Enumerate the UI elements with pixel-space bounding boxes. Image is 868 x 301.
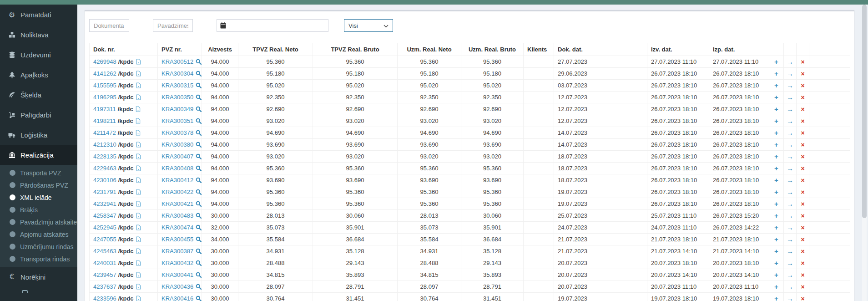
document-icon[interactable]: [136, 141, 141, 148]
delete-button[interactable]: ×: [797, 92, 809, 103]
search-icon[interactable]: [196, 236, 202, 243]
add-button[interactable]: +: [769, 163, 784, 174]
submenu-item[interactable]: Pavadzīmju atskaite: [0, 216, 77, 228]
search-icon[interactable]: [196, 117, 202, 124]
forward-button[interactable]: →: [784, 92, 797, 103]
forward-button[interactable]: →: [784, 210, 797, 222]
pvz-nr-link[interactable]: KRA300387: [161, 248, 193, 255]
col-header-uzm-neto[interactable]: Uzm. Real. Neto: [398, 43, 461, 56]
delete-button[interactable]: ×: [797, 269, 809, 281]
search-icon[interactable]: [196, 82, 202, 89]
dok-nr-link[interactable]: 4269948: [93, 58, 116, 65]
document-icon[interactable]: [136, 117, 141, 124]
calendar-icon[interactable]: [217, 19, 229, 32]
add-button[interactable]: +: [769, 281, 784, 293]
submenu-item[interactable]: Apjomu atskaites: [0, 228, 77, 240]
pvz-nr-link[interactable]: KRA300378: [161, 129, 193, 136]
col-header-uzm-bruto[interactable]: Uzm. Real. Bruto: [461, 43, 524, 56]
dok-nr-link[interactable]: 4239457: [93, 271, 116, 278]
delete-button[interactable]: ×: [797, 245, 809, 257]
delete-button[interactable]: ×: [797, 115, 809, 127]
delete-button[interactable]: ×: [797, 293, 809, 301]
submenu-item[interactable]: XML ielāde: [0, 191, 77, 204]
pvz-nr-link[interactable]: KRA300412: [161, 177, 193, 184]
dokumenta-nr-input[interactable]: [89, 19, 129, 32]
col-header-dok-nr[interactable]: Dok. nr.: [90, 43, 158, 56]
add-button[interactable]: +: [769, 234, 784, 245]
search-icon[interactable]: [196, 283, 202, 290]
search-icon[interactable]: [196, 271, 202, 278]
add-button[interactable]: +: [769, 269, 784, 281]
add-button[interactable]: +: [769, 222, 784, 234]
col-header-tpvz-neto[interactable]: TPVZ Real. Neto: [238, 43, 313, 56]
add-button[interactable]: +: [769, 198, 784, 210]
sidebar-item-paligdarbi[interactable]: Palīgdarbi: [0, 105, 77, 125]
delete-button[interactable]: ×: [797, 151, 809, 163]
forward-button[interactable]: →: [784, 127, 797, 139]
search-icon[interactable]: [196, 189, 202, 195]
sidebar-item-noliktava[interactable]: Noliktava: [0, 25, 77, 45]
delete-button[interactable]: ×: [797, 222, 809, 234]
forward-button[interactable]: →: [784, 56, 797, 68]
pvz-nr-link[interactable]: KRA300416: [161, 295, 193, 301]
forward-button[interactable]: →: [784, 68, 797, 80]
sidebar-item-uzdevumi[interactable]: Uzdevumi: [0, 45, 77, 65]
pvz-nr-link[interactable]: KRA300407: [161, 153, 193, 160]
search-icon[interactable]: [196, 141, 202, 148]
document-icon[interactable]: [136, 106, 141, 112]
pvz-nr-link[interactable]: KRA300483: [161, 212, 193, 219]
document-icon[interactable]: [136, 295, 141, 301]
search-icon[interactable]: [196, 58, 202, 65]
search-icon[interactable]: [196, 129, 202, 136]
search-icon[interactable]: [196, 200, 202, 207]
pvz-nr-link[interactable]: KRA300474: [161, 224, 193, 231]
dok-nr-link[interactable]: 4212310: [93, 141, 116, 148]
forward-button[interactable]: →: [784, 257, 797, 269]
dok-nr-link[interactable]: 4196295: [93, 94, 116, 101]
add-button[interactable]: +: [769, 210, 784, 222]
pavadzimes-nr-input[interactable]: [153, 19, 193, 32]
add-button[interactable]: +: [769, 68, 784, 80]
sidebar-item-realizacija[interactable]: Realizācija: [0, 145, 77, 165]
delete-button[interactable]: ×: [797, 257, 809, 269]
sidebar-item-apalkoks[interactable]: Apaļkoks: [0, 65, 77, 85]
add-button[interactable]: +: [769, 186, 784, 198]
pvz-nr-link[interactable]: KRA300441: [161, 271, 193, 278]
add-button[interactable]: +: [769, 257, 784, 269]
search-icon[interactable]: [196, 248, 202, 255]
add-button[interactable]: +: [769, 127, 784, 139]
document-icon[interactable]: [136, 189, 141, 195]
forward-button[interactable]: →: [784, 245, 797, 257]
forward-button[interactable]: →: [784, 269, 797, 281]
dok-nr-link[interactable]: 4240031: [93, 260, 116, 266]
delete-button[interactable]: ×: [797, 68, 809, 80]
sidebar-item-skelda[interactable]: Šķelda: [0, 85, 77, 105]
dok-nr-link[interactable]: 4229463: [93, 165, 116, 172]
dok-nr-link[interactable]: 4231791: [93, 189, 116, 195]
search-icon[interactable]: [196, 70, 202, 77]
submenu-item[interactable]: Uzmērījumu rindas: [0, 240, 77, 253]
document-icon[interactable]: [136, 58, 141, 65]
pvz-nr-link[interactable]: KRA300351: [161, 117, 193, 124]
forward-button[interactable]: →: [784, 234, 797, 245]
dok-nr-link[interactable]: 4232941: [93, 200, 116, 207]
col-header-izv-dat[interactable]: Izv. dat.: [647, 43, 709, 56]
sidebar-item-partial[interactable]: [0, 287, 77, 293]
delete-button[interactable]: ×: [797, 103, 809, 115]
document-icon[interactable]: [136, 70, 141, 77]
status-select[interactable]: Visi: [344, 19, 393, 32]
sidebar-item-logistika[interactable]: Loģistika: [0, 125, 77, 145]
delete-button[interactable]: ×: [797, 163, 809, 174]
delete-button[interactable]: ×: [797, 198, 809, 210]
delete-button[interactable]: ×: [797, 234, 809, 245]
document-icon[interactable]: [136, 260, 141, 266]
search-icon[interactable]: [196, 212, 202, 219]
pvz-nr-link[interactable]: KRA300436: [161, 283, 193, 290]
pvz-nr-link[interactable]: KRA300315: [161, 82, 193, 89]
vertical-scrollbar[interactable]: [862, 5, 867, 301]
document-icon[interactable]: [136, 177, 141, 184]
forward-button[interactable]: →: [784, 163, 797, 174]
dok-nr-link[interactable]: 4252945: [93, 224, 116, 231]
add-button[interactable]: +: [769, 245, 784, 257]
document-icon[interactable]: [136, 236, 141, 243]
